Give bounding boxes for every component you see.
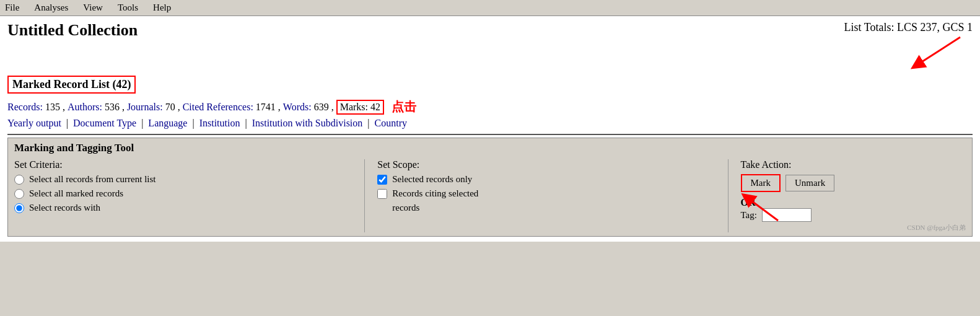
scope-suffix-text: records: [392, 203, 419, 213]
scope-label-2: Records citing selected: [392, 188, 478, 199]
scope-option-2: Records citing selected: [377, 188, 715, 199]
cited-link[interactable]: Cited References:: [183, 102, 253, 113]
marked-record-label: Marked Record List (42): [7, 76, 136, 94]
records-value: 135: [45, 102, 60, 113]
nav-institution[interactable]: Institution: [199, 118, 240, 128]
svg-line-3: [747, 198, 778, 221]
main-area: Untitled Collection List Totals: LCS 237…: [0, 16, 980, 242]
criteria-option-2: Select all marked records: [14, 188, 352, 199]
records-link[interactable]: Records:: [7, 102, 43, 113]
criteria-radio-2[interactable]: [14, 189, 24, 199]
words-link[interactable]: Words:: [283, 102, 312, 113]
set-scope-title: Set Scope:: [377, 159, 715, 170]
marking-tool: Marking and Tagging Tool Set Criteria: S…: [7, 138, 973, 237]
scope-checkbox-1[interactable]: [377, 175, 387, 185]
stats-row: Records: 135 , Authors: 536 , Journals: …: [7, 99, 973, 115]
red-arrow-svg-2: [735, 193, 784, 224]
mark-button[interactable]: Mark: [741, 174, 781, 192]
menu-tools[interactable]: Tools: [118, 2, 138, 13]
take-action: Take Action: Mark Unmark: [728, 159, 966, 232]
scope-suffix: records: [377, 203, 715, 213]
marks-box: Marks: 42: [336, 100, 384, 115]
action-area: Mark Unmark: [741, 174, 966, 192]
list-totals: List Totals: LCS 237, GCS 1: [844, 21, 973, 34]
menubar: File Analyses View Tools Help: [0, 0, 980, 16]
criteria-radio-3[interactable]: [14, 203, 24, 213]
menu-view[interactable]: View: [83, 2, 103, 13]
criteria-radio-1[interactable]: [14, 175, 24, 185]
title-row: Untitled Collection List Totals: LCS 237…: [7, 21, 973, 73]
authors-link[interactable]: Authors:: [68, 102, 102, 113]
nav-links-row: Yearly output | Document Type | Language…: [7, 118, 973, 129]
header-right: List Totals: LCS 237, GCS 1: [844, 21, 973, 73]
take-action-title: Take Action:: [741, 159, 966, 170]
menu-help[interactable]: Help: [153, 2, 171, 13]
menu-file[interactable]: File: [5, 2, 19, 13]
nav-document-type[interactable]: Document Type: [73, 118, 136, 128]
click-hint: 点击: [392, 99, 416, 115]
journals-link[interactable]: Journals:: [127, 102, 163, 113]
action-buttons: Mark Unmark: [741, 174, 966, 192]
criteria-option-1: Select all records from current list: [14, 174, 352, 185]
collection-title: Untitled Collection: [7, 21, 138, 40]
scope-label-1: Selected records only: [392, 174, 472, 185]
nav-language[interactable]: Language: [148, 118, 187, 128]
criteria-option-3: Select records with: [14, 203, 352, 213]
nav-yearly-output[interactable]: Yearly output: [7, 118, 61, 128]
cited-value: 1741: [256, 102, 276, 113]
scope-checkbox-2[interactable]: [377, 189, 387, 199]
divider: [7, 134, 973, 135]
red-arrow-svg-1: [898, 34, 973, 71]
svg-line-1: [917, 37, 960, 65]
set-criteria: Set Criteria: Select all records from cu…: [14, 159, 364, 232]
set-criteria-title: Set Criteria:: [14, 159, 352, 170]
scope-option-1: Selected records only: [377, 174, 715, 185]
marking-tool-title: Marking and Tagging Tool: [14, 142, 966, 154]
set-scope: Set Scope: Selected records only Records…: [364, 159, 727, 232]
nav-institution-subdivision[interactable]: Institution with Subdivision: [252, 118, 363, 128]
nav-country[interactable]: Country: [375, 118, 407, 128]
menu-analyses[interactable]: Analyses: [34, 2, 68, 13]
criteria-label-2: Select all marked records: [29, 188, 123, 199]
criteria-label-1: Select all records from current list: [29, 174, 156, 185]
authors-value: 536: [105, 102, 120, 113]
criteria-label-3: Select records with: [29, 203, 100, 213]
arrow-annotation-2: [735, 193, 784, 226]
unmark-button[interactable]: Unmark: [785, 175, 834, 191]
tool-columns: Set Criteria: Select all records from cu…: [14, 159, 966, 232]
words-value: 639: [314, 102, 329, 113]
arrow-annotation-1: [844, 34, 973, 73]
journals-value: 70: [165, 102, 175, 113]
